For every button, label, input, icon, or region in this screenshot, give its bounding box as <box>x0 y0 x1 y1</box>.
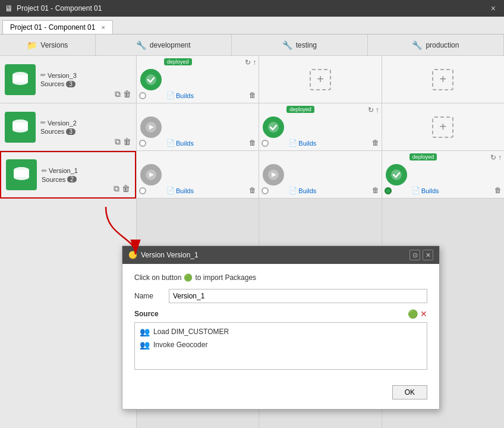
testing-r2-actions: ↻ ↑ <box>368 106 379 114</box>
version-row-1: ✏ Version_1 Sources 2 ⧉ 🗑 <box>0 151 136 199</box>
tab-close-icon[interactable]: × <box>101 24 105 31</box>
name-input[interactable] <box>169 289 427 303</box>
version-row-3: ✏ Version_3 Sources 3 ⧉ 🗑 <box>0 56 136 103</box>
testing-r1-add-button[interactable]: + <box>310 69 331 90</box>
testing-r2-upload-icon[interactable]: ↑ <box>376 106 379 114</box>
testing-r2-deploy-icon <box>263 117 284 138</box>
versions-icon: 📁 <box>27 40 37 50</box>
tab-bar: Project 01 - Component 01 × <box>0 17 504 34</box>
dev-r2-radio[interactable] <box>139 140 146 147</box>
testing-r2-builds-link[interactable]: 📄 Builds <box>289 139 316 147</box>
env-header-production: 🔧 production <box>368 34 504 55</box>
dev-r2-builds-link[interactable]: 📄 Builds <box>166 139 194 147</box>
title-bar: 🖥 Project 01 - Component 01 × <box>0 0 504 17</box>
testing-r3-radio[interactable] <box>262 187 269 194</box>
testing-r2-radio[interactable] <box>262 140 269 147</box>
testing-r2-delete-icon[interactable]: 🗑 <box>372 139 379 147</box>
version2-sources: Sources 3 <box>40 128 131 135</box>
production-r3-builds-link[interactable]: 📄 Builds <box>412 187 439 194</box>
dev-r3-radio[interactable] <box>139 187 146 194</box>
svg-point-9 <box>12 127 28 133</box>
dev-cell-row1: deployed ↻ ↑ 📄 Builds 🗑 <box>137 56 259 103</box>
modal-minimize-button[interactable]: ⊙ <box>410 250 420 260</box>
version2-name: ✏ Version_2 <box>40 119 131 127</box>
testing-r3-deploy-icon <box>263 164 284 185</box>
production-r3-upload-icon[interactable]: ↑ <box>498 153 502 162</box>
version2-delete-icon[interactable]: 🗑 <box>123 137 131 147</box>
dev-r1-deploy-icon <box>140 69 162 90</box>
testing-r3-delete-icon[interactable]: 🗑 <box>372 186 379 194</box>
version2-copy-icon[interactable]: ⧉ <box>115 137 121 147</box>
version2-actions: ⧉ 🗑 <box>115 137 131 147</box>
tab-project01-component01[interactable]: Project 01 - Component 01 × <box>2 20 113 34</box>
source-delete-icon[interactable]: ✕ <box>420 309 427 319</box>
version3-delete-icon[interactable]: 🗑 <box>123 89 131 99</box>
version3-icon <box>5 64 36 95</box>
modal-header: 🟡 Version Version_1 ⊙ ✕ <box>122 246 439 264</box>
import-hint: Click on button 🟢 to import Packages <box>134 273 427 282</box>
testing-r2-refresh-icon[interactable]: ↻ <box>368 106 374 114</box>
dev-r3-deploy-icon <box>140 164 162 185</box>
dev-r1-delete-icon[interactable]: 🗑 <box>249 91 256 99</box>
modal-title: Version Version_1 <box>141 251 406 259</box>
testing-r3-builds-link[interactable]: 📄 Builds <box>289 187 316 194</box>
production-r2-add-button[interactable]: + <box>432 117 453 138</box>
version3-copy-icon[interactable]: ⧉ <box>115 89 121 99</box>
version1-info: ✏ Version_1 Sources 2 <box>42 167 130 183</box>
dev-r1-deployed-badge: deployed <box>164 58 192 65</box>
version3-name: ✏ Version_3 <box>40 71 131 79</box>
production-r3-radio[interactable] <box>385 187 392 194</box>
window-title: Project 01 - Component 01 <box>17 4 484 12</box>
production-r1-add-button[interactable]: + <box>432 69 453 90</box>
production-r3-actions: ↻ ↑ <box>490 153 502 162</box>
source-label: Source <box>134 310 408 318</box>
name-label: Name <box>134 292 164 300</box>
production-cell-row2: + <box>382 103 504 151</box>
production-r3-deploy-icon <box>386 164 407 185</box>
version1-name: ✏ Version_1 <box>42 167 130 175</box>
dev-r1-refresh-icon[interactable]: ↻ <box>245 58 251 67</box>
main-content: 📁 Versions 🔧 development 🔧 testing 🔧 pro… <box>0 34 504 428</box>
production-r3-refresh-icon[interactable]: ↻ <box>490 153 496 162</box>
testing-cell-row3: 📄 Builds 🗑 <box>259 151 381 199</box>
dev-icon: 🔧 <box>136 40 146 50</box>
dev-r1-upload-icon[interactable]: ↑ <box>253 58 256 67</box>
version3-actions: ⧉ 🗑 <box>115 89 131 99</box>
ok-button[interactable]: OK <box>392 385 427 399</box>
production-r3-delete-icon[interactable]: 🗑 <box>494 186 502 194</box>
dev-r2-delete-icon[interactable]: 🗑 <box>249 139 256 147</box>
source-item-1-icon: 👥 <box>140 340 150 350</box>
source-section: Source 🟢 ✕ 👥 Load DIM_CUSTOMER 👥 Invoke … <box>134 309 427 370</box>
dev-r2-deploy-icon <box>140 117 162 138</box>
modal-close-button[interactable]: ✕ <box>423 250 433 260</box>
dev-r3-delete-icon[interactable]: 🗑 <box>249 186 256 194</box>
testing-r2-deployed-badge: deployed <box>286 106 314 113</box>
version3-info: ✏ Version_3 Sources 3 <box>40 71 131 87</box>
svg-point-18 <box>268 122 279 133</box>
dev-r1-builds-link[interactable]: 📄 Builds <box>166 92 194 99</box>
dev-r1-radio[interactable] <box>139 92 146 99</box>
version1-actions: ⧉ 🗑 <box>114 184 130 194</box>
version1-sources: Sources 2 <box>42 176 130 183</box>
svg-point-20 <box>391 169 402 180</box>
source-item-0-icon: 👥 <box>140 327 150 336</box>
dev-r3-builds-link[interactable]: 📄 Builds <box>166 187 194 194</box>
svg-point-4 <box>12 79 28 85</box>
production-cell-row1: + <box>382 56 504 103</box>
env-header-development: 🔧 development <box>96 34 232 55</box>
window-close-button[interactable]: × <box>487 2 499 14</box>
testing-icon: 🔧 <box>282 40 292 50</box>
version1-delete-icon[interactable]: 🗑 <box>122 184 130 194</box>
source-add-icon[interactable]: 🟢 <box>408 309 418 319</box>
source-header: Source 🟢 ✕ <box>134 309 427 319</box>
version1-copy-icon[interactable]: ⧉ <box>114 184 119 194</box>
version2-icon <box>5 112 36 143</box>
version3-sources: Sources 3 <box>40 80 131 87</box>
source-action-icons: 🟢 ✕ <box>408 309 427 319</box>
dev-r1-actions: ↻ ↑ <box>245 58 256 67</box>
import-icon: 🟢 <box>184 273 193 282</box>
testing-cell-row1: + <box>259 56 381 103</box>
modal-header-controls: ⊙ ✕ <box>410 250 433 260</box>
dev-cell-row3: 📄 Builds 🗑 <box>137 151 259 199</box>
production-r3-deployed-badge: deployed <box>410 153 437 160</box>
